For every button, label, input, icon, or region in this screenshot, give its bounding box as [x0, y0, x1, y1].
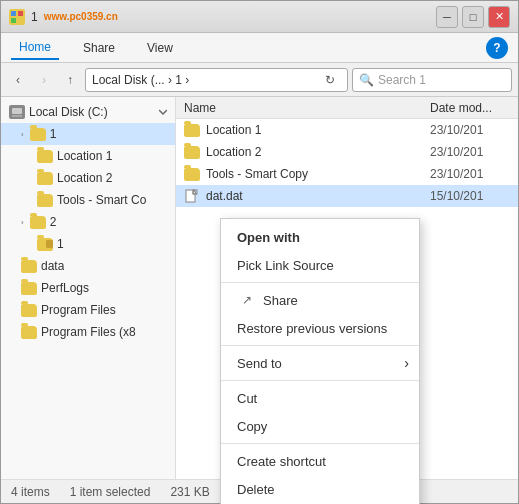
- sidebar-item-programfiles[interactable]: Program Files: [1, 299, 175, 321]
- folder-icon: [37, 172, 53, 185]
- svg-rect-1: [18, 11, 23, 16]
- minimize-button[interactable]: ─: [436, 6, 458, 28]
- sidebar-drive-label: Local Disk (C:): [29, 105, 108, 119]
- sidebar-item-2[interactable]: › 2: [1, 211, 175, 233]
- svg-rect-0: [11, 11, 16, 16]
- context-menu: Open with Pick Link Source ↗Share Restor…: [220, 218, 420, 504]
- status-item-size: 231 KB: [170, 485, 209, 499]
- back-button[interactable]: ‹: [7, 69, 29, 91]
- file-name: Location 2: [206, 145, 424, 159]
- search-icon: 🔍: [359, 73, 374, 87]
- title-buttons: ─ □ ✕: [436, 6, 510, 28]
- maximize-button[interactable]: □: [462, 6, 484, 28]
- ctx-pick-link[interactable]: Pick Link Source: [221, 251, 419, 279]
- sidebar-item-label: Program Files: [41, 303, 116, 317]
- file-name: Location 1: [206, 123, 424, 137]
- folder-icon: [21, 260, 37, 273]
- status-item-count: 4 items: [11, 485, 50, 499]
- window-icon: [9, 9, 25, 25]
- folder-icon: [184, 124, 200, 137]
- ribbon: Home Share View ?: [1, 33, 518, 63]
- help-button[interactable]: ?: [486, 37, 508, 59]
- ctx-divider-3: [221, 380, 419, 381]
- folder-icon: [30, 128, 46, 141]
- sidebar-item-programfilesx86[interactable]: Program Files (x8: [1, 321, 175, 343]
- table-row[interactable]: Tools - Smart Copy 23/10/201: [176, 163, 518, 185]
- ctx-divider: [221, 282, 419, 283]
- sidebar-item-label: 1: [57, 237, 64, 251]
- folder-icon-locked: [37, 238, 53, 251]
- close-button[interactable]: ✕: [488, 6, 510, 28]
- address-path-box[interactable]: Local Disk (... › 1 › ↻: [85, 68, 348, 92]
- table-row[interactable]: Location 1 23/10/201: [176, 119, 518, 141]
- sidebar-item-label: 1: [50, 127, 57, 141]
- sidebar-drive[interactable]: Local Disk (C:): [1, 101, 175, 123]
- table-row[interactable]: Location 2 23/10/201: [176, 141, 518, 163]
- ribbon-tab-home[interactable]: Home: [11, 36, 59, 60]
- folder-icon: [21, 304, 37, 317]
- search-placeholder: Search 1: [378, 73, 426, 87]
- table-row-selected[interactable]: dat.dat 15/10/201: [176, 185, 518, 207]
- folder-icon: [184, 168, 200, 181]
- folder-icon: [37, 150, 53, 163]
- ctx-divider-2: [221, 345, 419, 346]
- ctx-open-with[interactable]: Open with: [221, 223, 419, 251]
- up-button[interactable]: ↑: [59, 69, 81, 91]
- watermark-text: www.pc0359.cn: [44, 11, 118, 22]
- file-date: 23/10/201: [430, 167, 510, 181]
- chevron-icon: ›: [21, 130, 24, 139]
- address-bar: ‹ › ↑ Local Disk (... › 1 › ↻ 🔍 Search 1: [1, 63, 518, 97]
- svg-rect-2: [11, 18, 16, 23]
- file-date: 23/10/201: [430, 123, 510, 137]
- ctx-create-shortcut[interactable]: Create shortcut: [221, 447, 419, 475]
- drive-icon: [9, 105, 25, 119]
- status-item-selected: 1 item selected: [70, 485, 151, 499]
- sidebar-item-perflogs[interactable]: PerfLogs: [1, 277, 175, 299]
- sidebar-item-label: PerfLogs: [41, 281, 89, 295]
- folder-icon: [184, 146, 200, 159]
- col-date-header[interactable]: Date mod...: [430, 101, 510, 115]
- refresh-button[interactable]: ↻: [319, 69, 341, 91]
- ctx-restore[interactable]: Restore previous versions: [221, 314, 419, 342]
- file-date: 15/10/201: [430, 189, 510, 203]
- ribbon-tab-view[interactable]: View: [139, 37, 181, 59]
- svg-rect-3: [18, 18, 23, 23]
- col-name-header[interactable]: Name: [184, 101, 430, 115]
- title-bar-left: 1 www.pc0359.cn: [9, 9, 436, 25]
- sidebar-item-sub1[interactable]: 1: [1, 233, 175, 255]
- file-date: 23/10/201: [430, 145, 510, 159]
- sidebar-item-data[interactable]: data: [1, 255, 175, 277]
- file-name: Tools - Smart Copy: [206, 167, 424, 181]
- sidebar-item-tools[interactable]: Tools - Smart Co: [1, 189, 175, 211]
- sidebar-item-label: 2: [50, 215, 57, 229]
- folder-icon: [21, 326, 37, 339]
- chevron-icon: ›: [21, 218, 24, 227]
- sidebar-item-label: Location 1: [57, 149, 112, 163]
- share-icon: ↗: [237, 290, 257, 310]
- search-box[interactable]: 🔍 Search 1: [352, 68, 512, 92]
- ctx-cut[interactable]: Cut: [221, 384, 419, 412]
- sidebar-item-label: Location 2: [57, 171, 112, 185]
- sidebar-item-label: Tools - Smart Co: [57, 193, 146, 207]
- sidebar-scroll-indicator: [159, 108, 167, 116]
- sidebar-item-label: data: [41, 259, 64, 273]
- folder-icon: [37, 194, 53, 207]
- sidebar-item-label: Program Files (x8: [41, 325, 136, 339]
- address-path-text: Local Disk (... › 1 ›: [92, 73, 189, 87]
- sidebar-item-1[interactable]: › 1: [1, 123, 175, 145]
- file-name: dat.dat: [206, 189, 424, 203]
- ribbon-tab-share[interactable]: Share: [75, 37, 123, 59]
- title-bar: 1 www.pc0359.cn ─ □ ✕: [1, 1, 518, 33]
- folder-icon: [30, 216, 46, 229]
- folder-icon: [21, 282, 37, 295]
- ctx-send-to[interactable]: Send to: [221, 349, 419, 377]
- forward-button[interactable]: ›: [33, 69, 55, 91]
- ctx-divider-4: [221, 443, 419, 444]
- window-title: 1: [31, 10, 38, 24]
- ctx-delete[interactable]: Delete: [221, 475, 419, 503]
- ctx-copy[interactable]: Copy: [221, 412, 419, 440]
- sidebar-item-location2[interactable]: Location 2: [1, 167, 175, 189]
- ctx-share[interactable]: ↗Share: [221, 286, 419, 314]
- sidebar-item-location1[interactable]: Location 1: [1, 145, 175, 167]
- file-list-header: Name Date mod...: [176, 97, 518, 119]
